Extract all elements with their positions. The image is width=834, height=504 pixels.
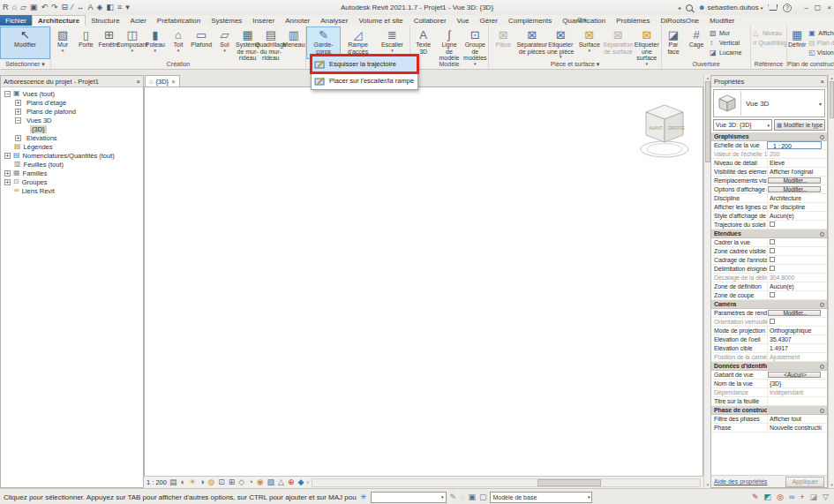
tab-complements[interactable]: Compléments	[503, 15, 557, 26]
property-value[interactable]: Aucun(e)	[767, 212, 822, 220]
etiqueter-piece-button[interactable]: ⊠Etiqueter une pièce▾	[546, 26, 575, 59]
quadrillage-button[interactable]: #Quadrillage	[753, 38, 786, 48]
scrollbar-thumb[interactable]	[537, 479, 601, 486]
ribbon-group-label[interactable]: Référence	[751, 60, 786, 69]
aligned-dimension-icon[interactable]: ↔	[77, 4, 85, 11]
plan-reference-button[interactable]: ▤Plan de référence	[808, 38, 834, 48]
property-value[interactable]: Modifier...	[768, 177, 821, 184]
plafond-button[interactable]: ▭Plafond	[190, 26, 213, 59]
filter-icon[interactable]: ▽	[823, 493, 829, 501]
tab-dirootsone[interactable]: DiRootsOne	[655, 15, 704, 26]
property-value[interactable]: 200	[767, 150, 822, 158]
panel-toggle-icon[interactable]: ⊡	[577, 17, 582, 24]
tree-item-liens-revit[interactable]: ∞ Liens Revit	[1, 186, 143, 195]
toit-button[interactable]: ⌂Toit▾	[167, 26, 190, 59]
ligne-modele-button[interactable]: ∫Ligne de modèle	[436, 26, 462, 59]
worksharing-display-icon[interactable]: ◆	[298, 478, 304, 486]
reveal-constraints-icon[interactable]: ⊕	[288, 478, 295, 486]
cage-button[interactable]: #Cage	[685, 26, 708, 59]
design-options-combo[interactable]: Modèle de base ▾	[490, 492, 592, 503]
ribbon-group-label[interactable]: Pièce et surface ▾	[489, 60, 661, 69]
tab-problemes[interactable]: Problèmes	[611, 15, 655, 26]
vertical-button[interactable]: ↕Vertical	[710, 38, 750, 48]
tree-expander[interactable]: +	[15, 100, 21, 106]
worksets-icon[interactable]: ✳	[360, 493, 367, 501]
scale-control[interactable]: 1 : 200	[147, 478, 167, 486]
tab-acier[interactable]: Acier	[125, 15, 152, 26]
editable-only-icon[interactable]: ✎	[450, 493, 457, 501]
drag-on-selection-icon[interactable]: +	[800, 493, 804, 501]
tab-fichier[interactable]: Fichier	[0, 15, 32, 26]
ribbon-group-label[interactable]: Plan de construction	[787, 60, 834, 69]
3d-view-icon[interactable]: ◈	[97, 4, 103, 11]
tree-item-vues[interactable]: − ▣ Vues (tout)	[1, 89, 143, 98]
pick-to-edit-icon[interactable]: ▢	[479, 493, 487, 501]
tree-item-plans-etage[interactable]: + Plans d'étage	[1, 98, 143, 107]
chevron-down-icon[interactable]: ▾	[584, 18, 587, 23]
property-value[interactable]	[767, 247, 822, 255]
restore-button[interactable]: ▢	[815, 4, 822, 11]
tree-item-groupes[interactable]: + ⊡ Groupes	[1, 177, 143, 186]
editing-requests-icon[interactable]: ✎	[752, 493, 759, 501]
view-tab-3d[interactable]: ⌂ {3D} ×	[145, 75, 180, 87]
select-by-face-icon[interactable]: ◪	[810, 493, 818, 501]
chevron-down-icon[interactable]: ▾	[816, 101, 824, 107]
menu-item-placer-escalier[interactable]: Placer sur l'escalier/la rampe	[312, 72, 417, 89]
modifier-button[interactable]: ↖Modifier	[0, 26, 50, 59]
property-value[interactable]	[767, 397, 822, 405]
property-value[interactable]	[767, 406, 822, 414]
print-icon[interactable]: ⊟	[61, 4, 68, 11]
property-value[interactable]	[767, 318, 822, 326]
type-selector[interactable]: Vue 3D ▾	[713, 89, 825, 117]
ribbon-group-label[interactable]: Sélectionner ▾	[0, 60, 50, 69]
worksharing-status-icon[interactable]: ◩	[764, 493, 772, 501]
tab-modifier[interactable]: Modifier	[704, 15, 740, 26]
property-value[interactable]: Afficher l'original	[767, 168, 822, 176]
sol-button[interactable]: ▱Sol▾	[213, 26, 236, 59]
property-value[interactable]: 35.4307	[767, 335, 822, 343]
temporary-hide-isolate-icon[interactable]: ◔	[248, 478, 252, 486]
quadrillage-mur-rideau-button[interactable]: ▤Quadrillage du mur-rideau	[259, 26, 282, 59]
groupe-modeles-button[interactable]: ⊡Groupe de modèles▾	[462, 26, 488, 59]
tree-expander[interactable]: +	[4, 170, 11, 177]
tree-expander[interactable]: +	[15, 109, 21, 115]
ribbon-group-label[interactable]: Ouverture	[662, 60, 750, 69]
property-value[interactable]: <Aucun>	[768, 372, 821, 378]
instance-selector[interactable]: Vue 3D: {3D} ▾	[713, 119, 772, 131]
property-value[interactable]: Nouvelle construction	[767, 424, 822, 432]
property-value[interactable]: Orthographique	[767, 327, 822, 335]
thin-lines-icon[interactable]: ≡	[117, 4, 122, 11]
search-icon[interactable]	[686, 4, 693, 11]
property-value[interactable]	[767, 132, 822, 140]
tree-expander[interactable]: +	[4, 153, 11, 159]
ribbon-group-label[interactable]: Création	[51, 60, 305, 69]
tab-inserer[interactable]: Insérer	[247, 15, 280, 26]
home-icon[interactable]: ⌂	[12, 4, 17, 11]
section-icon[interactable]: ◧	[106, 4, 114, 11]
tree-item-familles[interactable]: + ▦ Familles	[1, 169, 143, 177]
collapse-arrow-icon[interactable]: ◂	[678, 4, 680, 11]
temporary-view-properties-icon[interactable]: ▧	[267, 478, 275, 486]
property-value[interactable]: Architecture	[767, 194, 822, 202]
tree-item-vues-3d[interactable]: − Vues 3D	[1, 116, 143, 124]
visionneuse-button[interactable]: ◱Visionneuse	[808, 48, 834, 57]
property-value[interactable]: {3D}	[767, 380, 822, 387]
piece-button[interactable]: ⊠Pièce	[489, 26, 518, 59]
hide-analytical-icon[interactable]: △	[278, 478, 284, 486]
sun-path-icon[interactable]: ☀	[189, 478, 196, 486]
property-value[interactable]: Indépendant	[767, 388, 822, 396]
undo-icon[interactable]: ↶	[41, 4, 48, 11]
property-value[interactable]: 304.8000	[767, 274, 822, 282]
view-cube[interactable]: AVANT DROITE	[639, 103, 690, 163]
tree-item-elevations[interactable]: + Elévations	[1, 133, 143, 142]
property-value[interactable]: Elevé	[767, 159, 822, 167]
meneau-button[interactable]: ▥Meneau	[282, 26, 305, 59]
tree-expander[interactable]: −	[15, 117, 21, 124]
tree-expander[interactable]: +	[15, 135, 21, 141]
rendering-dialog-icon[interactable]: ◍	[207, 478, 214, 486]
detail-level-icon[interactable]: ▤	[169, 478, 177, 486]
lock-orientation-icon[interactable]: ◇	[238, 478, 244, 486]
apply-button[interactable]: Appliquer	[785, 477, 824, 487]
niveau-button[interactable]: △Niveau	[753, 28, 786, 38]
property-value[interactable]: 1.4917	[767, 344, 822, 352]
